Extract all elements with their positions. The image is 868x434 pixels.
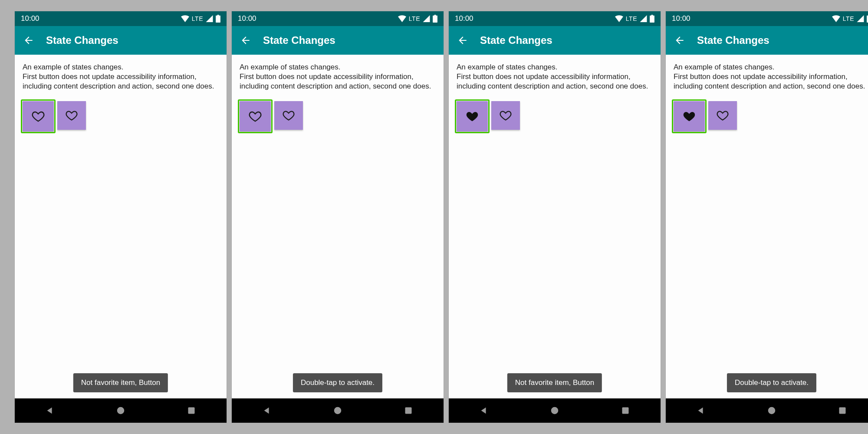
favorite-button-1-wrap [674,101,705,132]
status-time: 10:00 [238,14,256,23]
description-text: An example of states changes. First butt… [15,55,227,91]
nav-home-button[interactable] [537,398,572,423]
nav-home-icon [550,406,559,415]
accessibility-toast: Double-tap to activate. [727,373,816,392]
nav-bar [232,398,444,423]
nav-home-button[interactable] [103,398,138,423]
arrow-back-icon [240,35,251,46]
heart-outline-icon [66,109,78,122]
arrow-back-icon [457,35,468,46]
nav-back-button[interactable] [684,398,718,423]
description-text: An example of states changes. First butt… [449,55,661,91]
status-time: 10:00 [21,14,39,23]
app-bar-title: State Changes [46,34,118,46]
wifi-icon [615,15,623,22]
favorite-button-1[interactable] [240,101,271,132]
app-bar-title: State Changes [697,34,769,46]
phone-screen-4: 10:00 LTE State Changes An example of st… [666,11,868,423]
nav-back-button[interactable] [250,398,284,423]
favorite-button-2[interactable] [274,101,303,130]
favorite-button-2[interactable] [708,101,737,130]
nav-recents-button[interactable] [825,398,860,423]
status-icons: LTE [181,15,220,23]
accessibility-toast: Not favorite item, Button [73,373,168,392]
favorite-button-2[interactable] [491,101,520,130]
network-label: LTE [626,15,637,22]
wifi-icon [398,15,406,22]
wifi-icon [181,15,189,22]
status-bar: 10:00 LTE [666,11,868,26]
phone-screen-1: 10:00 LTE State Changes An example of st… [15,11,227,423]
svg-rect-3 [405,408,411,414]
svg-rect-5 [622,408,628,414]
nav-recents-icon [621,406,630,415]
back-button[interactable] [457,34,469,46]
svg-point-4 [551,407,559,414]
nav-bar [15,398,227,423]
network-label: LTE [843,15,854,22]
nav-home-button[interactable] [320,398,355,423]
nav-home-icon [116,406,125,415]
nav-home-button[interactable] [754,398,789,423]
favorite-button-2[interactable] [57,101,86,130]
nav-back-icon [696,406,706,415]
status-time: 10:00 [455,14,473,23]
description-line-2: First button does not update accessibili… [23,72,219,91]
description-line-1: An example of states changes. [240,62,436,72]
nav-recents-button[interactable] [608,398,643,423]
favorite-button-2-wrap [57,101,86,130]
description-line-2: First button does not update accessibili… [240,72,436,91]
favorite-button-1[interactable] [23,101,54,132]
status-bar: 10:00 LTE [449,11,661,26]
accessibility-toast: Double-tap to activate. [293,373,382,392]
svg-point-0 [117,407,125,414]
description-line-1: An example of states changes. [457,62,653,72]
favorite-button-1[interactable] [674,101,705,132]
screen-content: An example of states changes. First butt… [15,55,227,398]
app-bar-title: State Changes [480,34,552,46]
favorite-button-1-wrap [23,101,54,132]
network-label: LTE [409,15,420,22]
favorite-button-2-wrap [491,101,520,130]
status-bar: 10:00 LTE [15,11,227,26]
app-bar: State Changes [232,26,444,55]
app-bar: State Changes [666,26,868,55]
signal-icon [423,15,430,22]
battery-icon [433,15,437,23]
heart-outline-icon [283,109,295,122]
svg-rect-1 [188,408,194,414]
status-time: 10:00 [672,14,690,23]
nav-bar [449,398,661,423]
nav-back-icon [479,406,489,415]
description-text: An example of states changes. First butt… [666,55,868,91]
favorite-button-2-wrap [274,101,303,130]
app-bar: State Changes [15,26,227,55]
favorite-button-1[interactable] [457,101,488,132]
nav-recents-button[interactable] [174,398,209,423]
heart-filled-icon [683,110,696,123]
nav-recents-button[interactable] [391,398,426,423]
heart-filled-icon [466,110,479,123]
nav-back-button[interactable] [33,398,67,423]
signal-icon [640,15,647,22]
status-icons: LTE [832,15,868,23]
network-label: LTE [192,15,203,22]
favorite-button-1-wrap [240,101,271,132]
back-button[interactable] [674,34,686,46]
status-bar: 10:00 LTE [232,11,444,26]
heart-outline-icon [32,110,45,123]
wifi-icon [832,15,840,22]
phone-screen-3: 10:00 LTE State Changes An example of st… [449,11,661,423]
nav-bar [666,398,868,423]
nav-home-icon [333,406,342,415]
nav-recents-icon [187,406,196,415]
svg-point-6 [768,407,776,414]
back-button[interactable] [23,34,35,46]
back-button[interactable] [240,34,252,46]
description-line-2: First button does not update accessibili… [674,72,868,91]
description-line-2: First button does not update accessibili… [457,72,653,91]
nav-recents-icon [838,406,847,415]
nav-back-button[interactable] [467,398,501,423]
app-bar-title: State Changes [263,34,335,46]
phone-screen-2: 10:00 LTE State Changes An example of st… [232,11,444,423]
